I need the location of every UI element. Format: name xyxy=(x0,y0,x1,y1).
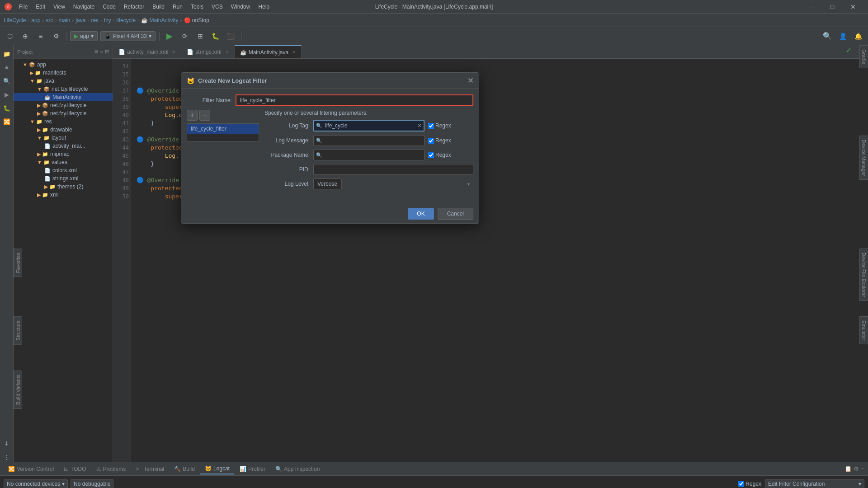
filter-list-section: + − life_cycle_filter xyxy=(187,110,259,141)
add-filter-button[interactable]: + xyxy=(187,110,198,121)
log-message-regex-label: Regex xyxy=(435,137,451,144)
pid-label: PID: xyxy=(264,166,310,173)
filter-name-input[interactable] xyxy=(236,94,473,106)
package-name-regex-label: Regex xyxy=(435,152,451,158)
cancel-button[interactable]: Cancel xyxy=(438,208,473,220)
dialog-footer: OK Cancel xyxy=(181,204,479,223)
log-tag-regex-label: Regex xyxy=(435,122,451,129)
log-message-input-wrap: 🔍 xyxy=(313,135,425,146)
pid-input[interactable] xyxy=(313,164,473,175)
package-name-search-icon: 🔍 xyxy=(316,152,322,158)
dialog-cat-icon: 🐱 xyxy=(187,77,194,84)
filter-form: Specify one or several filtering paramet… xyxy=(264,110,473,193)
package-name-regex-wrap[interactable]: Regex xyxy=(428,152,473,158)
log-tag-regex-wrap[interactable]: Regex xyxy=(428,122,473,129)
log-message-search-icon: 🔍 xyxy=(316,138,322,144)
filter-list-area: + − life_cycle_filter Specify one or sev… xyxy=(187,110,473,193)
log-level-select[interactable]: Verbose Debug Info Warn Error Assert xyxy=(313,178,342,189)
remove-filter-button[interactable]: − xyxy=(199,110,210,121)
dialog-body: Filter Name: + − life_cycle_filter Speci xyxy=(181,89,479,204)
log-message-row: Log Message: 🔍 Regex xyxy=(264,135,473,146)
pid-input-wrap xyxy=(313,164,473,175)
pid-row: PID: xyxy=(264,164,473,175)
log-tag-search-icon: 🔍 xyxy=(316,123,322,129)
log-tag-input[interactable] xyxy=(313,120,425,131)
dialog-title: 🐱 Create New Logcat Filter ✕ xyxy=(181,73,479,89)
log-message-input[interactable] xyxy=(313,135,425,146)
specify-params-label: Specify one or several filtering paramet… xyxy=(264,110,473,116)
package-name-input[interactable] xyxy=(313,150,425,160)
log-message-regex-wrap[interactable]: Regex xyxy=(428,137,473,144)
ok-button[interactable]: OK xyxy=(408,208,434,220)
log-tag-row: Log Tag: 🔍 ✕ Regex xyxy=(264,120,473,131)
dialog-title-label: Create New Logcat Filter xyxy=(198,77,267,84)
dialog-overlay: 🐱 Create New Logcat Filter ✕ Filter Name… xyxy=(0,0,868,488)
log-level-arrow-icon: ▾ xyxy=(467,182,470,187)
log-tag-label: Log Tag: xyxy=(264,122,310,129)
filter-name-label: Filter Name: xyxy=(187,97,232,103)
filter-list-item[interactable]: life_cycle_filter xyxy=(187,124,259,134)
package-name-input-wrap: 🔍 xyxy=(313,150,425,160)
package-name-row: Package Name: 🔍 Regex xyxy=(264,150,473,160)
filter-list-buttons: + − xyxy=(187,110,259,121)
log-tag-clear-icon[interactable]: ✕ xyxy=(417,122,422,129)
log-level-row: Log Level: Verbose Debug Info Warn Error… xyxy=(264,178,473,189)
create-filter-dialog: 🐱 Create New Logcat Filter ✕ Filter Name… xyxy=(181,72,479,224)
package-name-regex-checkbox[interactable] xyxy=(428,152,434,158)
log-level-label: Log Level: xyxy=(264,181,310,187)
log-level-select-wrap: Verbose Debug Info Warn Error Assert ▾ xyxy=(313,178,473,189)
log-tag-regex-checkbox[interactable] xyxy=(428,123,434,129)
dialog-close-button[interactable]: ✕ xyxy=(467,76,473,85)
filter-list[interactable]: life_cycle_filter xyxy=(187,123,259,141)
log-message-label: Log Message: xyxy=(264,137,310,144)
log-message-regex-checkbox[interactable] xyxy=(428,138,434,144)
package-name-label: Package Name: xyxy=(264,152,310,158)
log-tag-input-wrap: 🔍 ✕ xyxy=(313,120,425,131)
filter-name-row: Filter Name: xyxy=(187,94,473,106)
